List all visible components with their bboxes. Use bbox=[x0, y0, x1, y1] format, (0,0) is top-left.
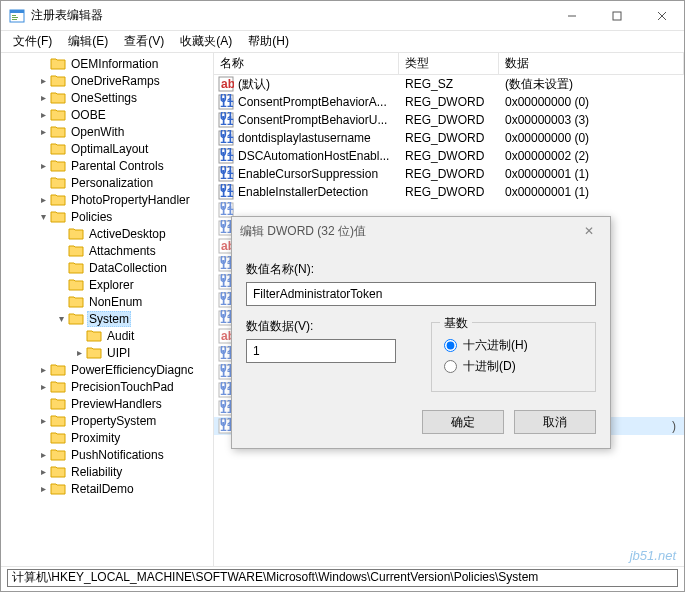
tree-item[interactable]: ▸PhotoPropertyHandler bbox=[1, 191, 213, 208]
radio-dec[interactable]: 十进制(D) bbox=[444, 358, 583, 375]
folder-icon bbox=[68, 227, 84, 241]
tree-item[interactable]: ▸Parental Controls bbox=[1, 157, 213, 174]
list-row[interactable]: ab(默认)REG_SZ(数值未设置) bbox=[214, 75, 684, 93]
minimize-button[interactable] bbox=[549, 1, 594, 31]
list-row[interactable]: 011110EnableInstallerDetectionREG_DWORD0… bbox=[214, 183, 684, 201]
expander-icon[interactable]: ▸ bbox=[37, 381, 49, 392]
tree-label: UIPI bbox=[105, 346, 132, 360]
tree-item[interactable]: ▸RetailDemo bbox=[1, 480, 213, 497]
value-data: (数值未设置) bbox=[499, 76, 684, 93]
tree-item[interactable]: ▸OneDriveRamps bbox=[1, 72, 213, 89]
expander-icon[interactable]: ▸ bbox=[37, 194, 49, 205]
maximize-button[interactable] bbox=[594, 1, 639, 31]
tree-item[interactable]: OEMInformation bbox=[1, 55, 213, 72]
expander-icon[interactable]: ▸ bbox=[73, 347, 85, 358]
dialog-close-button[interactable]: ✕ bbox=[576, 224, 602, 238]
tree-label: Attachments bbox=[87, 244, 158, 258]
tree-item[interactable]: ▸PrecisionTouchPad bbox=[1, 378, 213, 395]
tree-item[interactable]: ▸PropertySystem bbox=[1, 412, 213, 429]
value-name: EnableInstallerDetection bbox=[238, 185, 399, 199]
tree-item[interactable]: ▸PushNotifications bbox=[1, 446, 213, 463]
svg-text:110: 110 bbox=[220, 186, 234, 200]
list-row[interactable]: 011110EnableCursorSuppressionREG_DWORD0x… bbox=[214, 165, 684, 183]
list-row[interactable]: 011110DSCAutomationHostEnabl...REG_DWORD… bbox=[214, 147, 684, 165]
tree-pane[interactable]: OEMInformation▸OneDriveRamps▸OneSettings… bbox=[1, 53, 214, 566]
value-name-input[interactable] bbox=[246, 282, 596, 306]
tree-item[interactable]: Personalization bbox=[1, 174, 213, 191]
folder-icon bbox=[50, 91, 66, 105]
value-type: REG_DWORD bbox=[399, 131, 499, 145]
dword-icon: 011110 bbox=[218, 148, 234, 164]
col-name[interactable]: 名称 bbox=[214, 53, 399, 74]
tree-item[interactable]: ▸OneSettings bbox=[1, 89, 213, 106]
value-type: REG_DWORD bbox=[399, 95, 499, 109]
tree-item[interactable]: ▸OOBE bbox=[1, 106, 213, 123]
expander-icon[interactable]: ▸ bbox=[37, 92, 49, 103]
close-button[interactable] bbox=[639, 1, 684, 31]
value-data-input[interactable] bbox=[246, 339, 396, 363]
menu-favorites[interactable]: 收藏夹(A) bbox=[172, 31, 240, 52]
expander-icon[interactable]: ▸ bbox=[37, 126, 49, 137]
menu-help[interactable]: 帮助(H) bbox=[240, 31, 297, 52]
expander-icon[interactable]: ▸ bbox=[37, 109, 49, 120]
expander-icon[interactable]: ▸ bbox=[37, 466, 49, 477]
menu-edit[interactable]: 编辑(E) bbox=[60, 31, 116, 52]
tree-label: Parental Controls bbox=[69, 159, 166, 173]
radio-hex-input[interactable] bbox=[444, 339, 457, 352]
expander-icon[interactable]: ▸ bbox=[37, 75, 49, 86]
tree-item[interactable]: DataCollection bbox=[1, 259, 213, 276]
value-name-label: 数值名称(N): bbox=[246, 261, 596, 278]
tree-item[interactable]: NonEnum bbox=[1, 293, 213, 310]
expander-icon[interactable]: ▾ bbox=[55, 313, 67, 324]
ok-button[interactable]: 确定 bbox=[422, 410, 504, 434]
folder-icon bbox=[50, 125, 66, 139]
list-row[interactable]: 011110ConsentPromptBehaviorA...REG_DWORD… bbox=[214, 93, 684, 111]
tree-item[interactable]: ▾System bbox=[1, 310, 213, 327]
svg-text:110: 110 bbox=[220, 114, 234, 128]
value-data: 0x00000000 (0) bbox=[499, 95, 684, 109]
tree-item[interactable]: Explorer bbox=[1, 276, 213, 293]
tree-item[interactable]: ▸PowerEfficiencyDiagnc bbox=[1, 361, 213, 378]
radio-hex[interactable]: 十六进制(H) bbox=[444, 337, 583, 354]
expander-icon[interactable]: ▾ bbox=[37, 211, 49, 222]
tree-item[interactable]: PreviewHandlers bbox=[1, 395, 213, 412]
svg-rect-3 bbox=[12, 17, 18, 18]
list-row[interactable]: 011110dontdisplaylastusernameREG_DWORD0x… bbox=[214, 129, 684, 147]
tree-item[interactable]: OptimalLayout bbox=[1, 140, 213, 157]
col-type[interactable]: 类型 bbox=[399, 53, 499, 74]
base-fieldset: 基数 十六进制(H) 十进制(D) bbox=[431, 322, 596, 392]
col-data[interactable]: 数据 bbox=[499, 53, 684, 74]
address-bar[interactable] bbox=[7, 569, 678, 587]
cancel-button[interactable]: 取消 bbox=[514, 410, 596, 434]
tree-label: OOBE bbox=[69, 108, 108, 122]
statusbar bbox=[1, 566, 684, 588]
tree-item[interactable]: Proximity bbox=[1, 429, 213, 446]
expander-icon[interactable]: ▸ bbox=[37, 160, 49, 171]
tree-label: OpenWith bbox=[69, 125, 126, 139]
radio-dec-input[interactable] bbox=[444, 360, 457, 373]
expander-icon[interactable]: ▸ bbox=[37, 415, 49, 426]
expander-icon[interactable]: ▸ bbox=[37, 364, 49, 375]
expander-icon[interactable]: ▸ bbox=[37, 449, 49, 460]
menu-file[interactable]: 文件(F) bbox=[5, 31, 60, 52]
dialog-titlebar[interactable]: 编辑 DWORD (32 位)值 ✕ bbox=[232, 217, 610, 245]
value-type: REG_DWORD bbox=[399, 167, 499, 181]
tree-item[interactable]: ▸UIPI bbox=[1, 344, 213, 361]
tree-item[interactable]: ▾Policies bbox=[1, 208, 213, 225]
tree-label: Policies bbox=[69, 210, 114, 224]
menu-view[interactable]: 查看(V) bbox=[116, 31, 172, 52]
tree-item[interactable]: ActiveDesktop bbox=[1, 225, 213, 242]
folder-icon bbox=[50, 142, 66, 156]
folder-icon bbox=[50, 380, 66, 394]
folder-icon bbox=[50, 193, 66, 207]
folder-icon bbox=[50, 57, 66, 71]
tree-item[interactable]: Attachments bbox=[1, 242, 213, 259]
tree-item[interactable]: Audit bbox=[1, 327, 213, 344]
expander-icon[interactable]: ▸ bbox=[37, 483, 49, 494]
value-name: (默认) bbox=[238, 76, 399, 93]
string-icon: ab bbox=[218, 76, 234, 92]
folder-icon bbox=[50, 448, 66, 462]
list-row[interactable]: 011110ConsentPromptBehaviorU...REG_DWORD… bbox=[214, 111, 684, 129]
tree-item[interactable]: ▸Reliability bbox=[1, 463, 213, 480]
tree-item[interactable]: ▸OpenWith bbox=[1, 123, 213, 140]
